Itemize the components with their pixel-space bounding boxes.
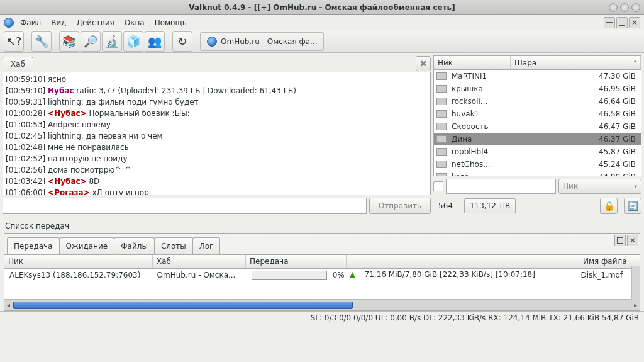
- chat-line: [01:03:42] <Нубас> 8D: [6, 176, 428, 187]
- chat-line: [01:02:56] дома посмотррю^_^: [6, 164, 428, 176]
- download-arrow-icon: ▲: [350, 270, 360, 280]
- user-icon: [436, 98, 447, 105]
- chat-line: [01:00:53] Andpeu: почему: [6, 119, 428, 130]
- user-row[interactable]: ropblHbl445,87 GiB: [434, 145, 641, 158]
- menu-actions[interactable]: Действия: [73, 16, 118, 29]
- chat-line: [01:02:52] на вторую не пойду: [6, 153, 428, 164]
- user-icon: [436, 173, 447, 176]
- menubar: Файл Вид Действия Окна Помощь ✕: [0, 15, 644, 30]
- tab-slots[interactable]: Слоты: [154, 237, 193, 254]
- xf-col-prog[interactable]: [347, 255, 579, 268]
- close-tab-icon[interactable]: ✖: [416, 56, 431, 71]
- chat-line: [01:02:45] lightning: да первая ни о чем: [6, 130, 428, 142]
- xf-col-nick[interactable]: Ник: [4, 255, 153, 268]
- statusbar: SL: 0/3 0/0 0/0/0 UL: 0,00 B/s DL: 222,3…: [0, 311, 644, 324]
- options-icon[interactable]: 🔧: [31, 31, 52, 52]
- user-row[interactable]: Дина46,37 GiB: [434, 133, 641, 145]
- hash-icon[interactable]: 🧊: [123, 31, 143, 52]
- hub-globe-icon: [207, 37, 217, 47]
- user-row[interactable]: rocksoli...46,64 GiB: [434, 95, 641, 108]
- reconnect-icon[interactable]: ↻: [172, 31, 192, 52]
- users-icon[interactable]: 👥: [145, 31, 165, 52]
- search-icon[interactable]: 🔎: [80, 31, 101, 52]
- chat-input[interactable]: [3, 198, 367, 214]
- user-icon: [436, 110, 447, 118]
- horizontal-scrollbar[interactable]: [4, 299, 640, 310]
- user-row[interactable]: netGhos...45,24 GiB: [434, 158, 641, 171]
- transfer-row[interactable]: ALEKsys13 (188.186.152.79:7603) OmHub.ru…: [4, 269, 640, 281]
- vertical-scrollbar[interactable]: [631, 266, 640, 300]
- user-icon: [436, 85, 447, 93]
- hub-tab-active[interactable]: OmHub.ru - Омская фа...: [200, 32, 324, 51]
- maximize-icon[interactable]: [620, 3, 629, 12]
- chat-line: [00:59:10] ясно: [6, 74, 428, 85]
- chat-line: [01:02:48] мне не понравилась: [6, 142, 428, 153]
- public-hubs-icon[interactable]: 📚: [59, 31, 79, 52]
- transfers-close-icon[interactable]: ✕: [627, 235, 638, 246]
- mdi-minimize-icon[interactable]: [604, 17, 615, 28]
- mdi-maximize-icon[interactable]: [616, 17, 628, 28]
- chat-line: [00:59:10] Нубас ratio: 3,77 (Uploaded: …: [6, 85, 428, 96]
- user-icon: [436, 135, 447, 143]
- user-row[interactable]: kosh44,99 GiB: [434, 171, 641, 176]
- chat-line: [01:00:28] <Нубас> Нормальный боевик :Ыы…: [6, 108, 428, 119]
- send-button[interactable]: Отправить: [369, 198, 431, 214]
- status-text: SL: 0/3 0/0 0/0/0 UL: 0,00 B/s DL: 222,3…: [311, 314, 639, 322]
- chat-line: [00:59:31] lightning: да фильм поди гумн…: [6, 96, 428, 108]
- user-icon: [436, 123, 447, 130]
- userlist-col-nick[interactable]: Ник: [434, 56, 511, 69]
- minimize-icon[interactable]: [609, 3, 618, 12]
- filter-input[interactable]: [446, 179, 556, 194]
- tab-files[interactable]: Файлы: [114, 237, 155, 254]
- userlist: Ник Шара˄ MaRTINI147,30 GiBкрышка46,95 G…: [433, 55, 641, 176]
- menu-file[interactable]: Файл: [16, 16, 45, 29]
- xf-col-file[interactable]: Имя файла: [579, 255, 638, 268]
- menu-view[interactable]: Вид: [47, 16, 70, 29]
- chat-log: [00:59:10] ясно[00:59:10] Нубас ratio: 3…: [3, 72, 431, 195]
- app-icon: [4, 18, 14, 28]
- progress-bar: [252, 271, 327, 280]
- transfers-title: Список передач: [0, 217, 644, 233]
- xf-col-hub[interactable]: Хаб: [153, 255, 246, 268]
- close-icon[interactable]: [631, 3, 640, 12]
- refresh-icon[interactable]: 🔄: [624, 198, 641, 214]
- user-icon: [436, 72, 447, 80]
- spy-icon[interactable]: 🔬: [102, 31, 122, 52]
- total-share: 113,12 TiB: [464, 198, 516, 213]
- user-icon: [436, 161, 447, 168]
- window-title: Valknut 0.4.9 - [[+] OmHub.ru - Омская ф…: [0, 3, 644, 12]
- user-row[interactable]: huvak146,58 GiB: [434, 108, 641, 120]
- user-count: 564: [433, 199, 458, 213]
- chat-line: [01:06:00] <Рогаза> хД опту игнор: [6, 187, 428, 195]
- transfers-pane: ✕ Передача Ожидание Файлы Слоты Лог Ник …: [4, 233, 640, 311]
- filter-column-combo[interactable]: Ник▾: [558, 179, 641, 194]
- userlist-col-share[interactable]: Шара˄: [511, 56, 641, 69]
- user-row[interactable]: Скорость46,47 GiB: [434, 120, 641, 133]
- user-icon: [436, 148, 447, 156]
- tab-log[interactable]: Лог: [192, 237, 221, 254]
- user-row[interactable]: MaRTINI147,30 GiB: [434, 70, 641, 82]
- sort-arrow-icon: ˄: [634, 60, 637, 66]
- tab-transfer[interactable]: Передача: [7, 237, 60, 254]
- tab-hub[interactable]: Хаб: [3, 57, 33, 71]
- user-row[interactable]: крышка46,95 GiB: [434, 82, 641, 95]
- transfers-detach-icon[interactable]: [614, 235, 626, 246]
- mdi-close-icon[interactable]: ✕: [629, 17, 640, 28]
- filter-checkbox[interactable]: [433, 181, 443, 191]
- menu-help[interactable]: Помощь: [151, 16, 191, 29]
- help-cursor-icon[interactable]: ↖?: [4, 31, 24, 52]
- hub-tab-label: OmHub.ru - Омская фа...: [221, 37, 317, 46]
- lock-icon[interactable]: 🔒: [600, 198, 618, 214]
- titlebar: Valknut 0.4.9 - [[+] OmHub.ru - Омская ф…: [0, 0, 644, 15]
- menu-windows[interactable]: Окна: [121, 16, 148, 29]
- toolbar: ↖? 🔧 📚 🔎 🔬 🧊 👥 ↻ OmHub.ru - Омская фа...: [0, 30, 644, 53]
- xf-col-xfer[interactable]: Передача: [246, 255, 347, 268]
- tab-waiting[interactable]: Ожидание: [59, 237, 115, 254]
